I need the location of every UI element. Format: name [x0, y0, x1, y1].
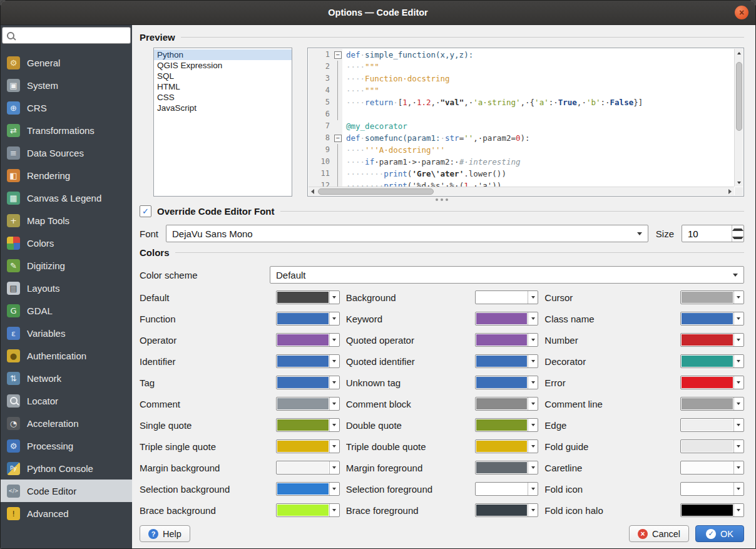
sidebar-item-acceleration[interactable]: ◔Acceleration — [1, 412, 132, 434]
color-picker-margin-background[interactable] — [276, 461, 340, 475]
chevron-down-icon[interactable] — [528, 334, 538, 346]
color-swatch-fold-icon-halo[interactable] — [682, 505, 733, 516]
color-picker-tag[interactable] — [276, 376, 340, 389]
color-swatch-comment[interactable] — [277, 398, 329, 409]
vertical-scroll-thumb[interactable] — [736, 62, 742, 131]
color-swatch-decorator[interactable] — [682, 356, 733, 367]
sidebar-item-layouts[interactable]: ▤Layouts — [1, 277, 132, 299]
color-picker-number[interactable] — [680, 333, 744, 347]
color-swatch-error[interactable] — [682, 377, 733, 388]
close-button[interactable]: × — [735, 6, 748, 19]
color-swatch-fold-guide[interactable] — [682, 441, 733, 452]
chevron-down-icon[interactable] — [733, 440, 743, 453]
color-picker-triple-single-quote[interactable] — [276, 439, 340, 453]
chevron-down-icon[interactable] — [528, 291, 538, 304]
vertical-scrollbar[interactable] — [734, 49, 743, 187]
color-picker-identifier[interactable] — [276, 354, 340, 368]
color-swatch-selection-background[interactable] — [277, 483, 329, 495]
chevron-down-icon[interactable] — [329, 355, 339, 367]
chevron-down-icon[interactable] — [528, 483, 538, 495]
chevron-down-icon[interactable] — [329, 504, 339, 516]
color-picker-margin-foreground[interactable] — [475, 461, 539, 475]
font-size-spinner[interactable]: 10 — [682, 225, 744, 242]
sidebar-item-variables[interactable]: εVariables — [1, 322, 132, 344]
color-picker-brace-background[interactable] — [276, 503, 340, 517]
chevron-down-icon[interactable] — [733, 334, 743, 346]
chevron-down-icon[interactable] — [733, 419, 743, 431]
color-picker-cursor[interactable] — [680, 290, 744, 304]
color-picker-quoted-operator[interactable] — [475, 333, 539, 347]
chevron-down-icon[interactable] — [733, 291, 743, 304]
color-picker-fold-icon[interactable] — [680, 482, 744, 496]
color-swatch-caretline[interactable] — [682, 462, 733, 473]
chevron-down-icon[interactable] — [329, 483, 339, 495]
color-swatch-fold-icon[interactable] — [682, 483, 733, 495]
chevron-down-icon[interactable] — [329, 291, 339, 304]
sidebar-item-authentication[interactable]: ●Authentication — [1, 344, 132, 367]
color-swatch-background[interactable] — [476, 292, 528, 303]
color-picker-background[interactable] — [475, 290, 539, 304]
sidebar-item-rendering[interactable]: ◧Rendering — [1, 164, 132, 187]
chevron-down-icon[interactable] — [528, 312, 538, 325]
color-swatch-margin-foreground[interactable] — [476, 462, 528, 473]
sidebar-item-general[interactable]: ⚙General — [1, 51, 132, 74]
language-item-css[interactable]: CSS — [154, 92, 292, 103]
color-swatch-comment-line[interactable] — [682, 398, 733, 409]
language-item-sql[interactable]: SQL — [154, 71, 292, 81]
chevron-down-icon[interactable] — [528, 461, 538, 474]
ok-button[interactable]: ✓ OK — [695, 525, 744, 542]
chevron-down-icon[interactable] — [329, 334, 339, 346]
color-picker-fold-guide[interactable] — [680, 439, 744, 453]
color-picker-operator[interactable] — [276, 333, 340, 347]
sidebar-item-code-editor[interactable]: </>Code Editor — [1, 480, 132, 502]
scroll-right-arrow[interactable] — [726, 187, 734, 195]
chevron-down-icon[interactable] — [329, 419, 339, 431]
color-swatch-triple-single-quote[interactable] — [277, 441, 329, 452]
color-swatch-brace-foreground[interactable] — [476, 505, 528, 516]
splitter-handle[interactable] — [140, 197, 744, 203]
override-font-checkbox[interactable]: ✓ — [140, 205, 151, 217]
color-swatch-quoted-operator[interactable] — [476, 334, 528, 346]
chevron-down-icon[interactable] — [329, 461, 339, 474]
chevron-down-icon[interactable] — [528, 355, 538, 367]
chevron-down-icon[interactable] — [733, 483, 743, 495]
chevron-down-icon[interactable] — [733, 355, 743, 367]
chevron-down-icon[interactable] — [733, 461, 743, 474]
sidebar-item-digitizing[interactable]: ✎Digitizing — [1, 254, 132, 277]
color-swatch-keyword[interactable] — [476, 313, 528, 324]
help-button[interactable]: ? Help — [140, 525, 190, 542]
sidebar-item-processing[interactable]: ⚙Processing — [1, 434, 132, 457]
color-picker-class-name[interactable] — [680, 312, 744, 326]
horizontal-scroll-thumb[interactable] — [318, 188, 434, 195]
color-picker-comment[interactable] — [276, 397, 340, 411]
chevron-down-icon[interactable] — [528, 376, 538, 389]
color-swatch-class-name[interactable] — [682, 313, 733, 324]
color-picker-quoted-identifier[interactable] — [475, 354, 539, 368]
color-swatch-single-quote[interactable] — [277, 419, 329, 431]
language-item-javascript[interactable]: JavaScript — [154, 103, 292, 113]
color-picker-keyword[interactable] — [475, 312, 539, 326]
color-swatch-brace-background[interactable] — [277, 505, 329, 516]
color-picker-triple-double-quote[interactable] — [475, 439, 539, 453]
search-input[interactable] — [19, 30, 126, 41]
horizontal-scrollbar[interactable] — [309, 187, 734, 195]
cancel-button[interactable]: × Cancel — [629, 525, 689, 542]
language-item-html[interactable]: HTML — [154, 81, 292, 92]
color-swatch-identifier[interactable] — [277, 356, 329, 367]
color-swatch-double-quote[interactable] — [476, 419, 528, 431]
color-picker-fold-icon-halo[interactable] — [680, 503, 744, 517]
chevron-down-icon[interactable] — [733, 312, 743, 325]
color-swatch-default[interactable] — [277, 292, 329, 303]
color-picker-brace-foreground[interactable] — [475, 503, 539, 517]
color-picker-comment-line[interactable] — [680, 397, 744, 411]
chevron-down-icon[interactable] — [528, 398, 538, 410]
color-swatch-tag[interactable] — [277, 377, 329, 388]
sidebar-item-locator[interactable]: Locator — [1, 389, 132, 412]
chevron-down-icon[interactable] — [329, 376, 339, 389]
color-swatch-selection-foreground[interactable] — [476, 483, 528, 495]
color-swatch-number[interactable] — [682, 334, 733, 346]
fold-marker-icon[interactable]: − — [333, 49, 342, 61]
spin-up-button[interactable] — [732, 225, 743, 233]
sidebar-item-network[interactable]: ⇅Network — [1, 367, 132, 389]
color-picker-double-quote[interactable] — [475, 418, 539, 432]
